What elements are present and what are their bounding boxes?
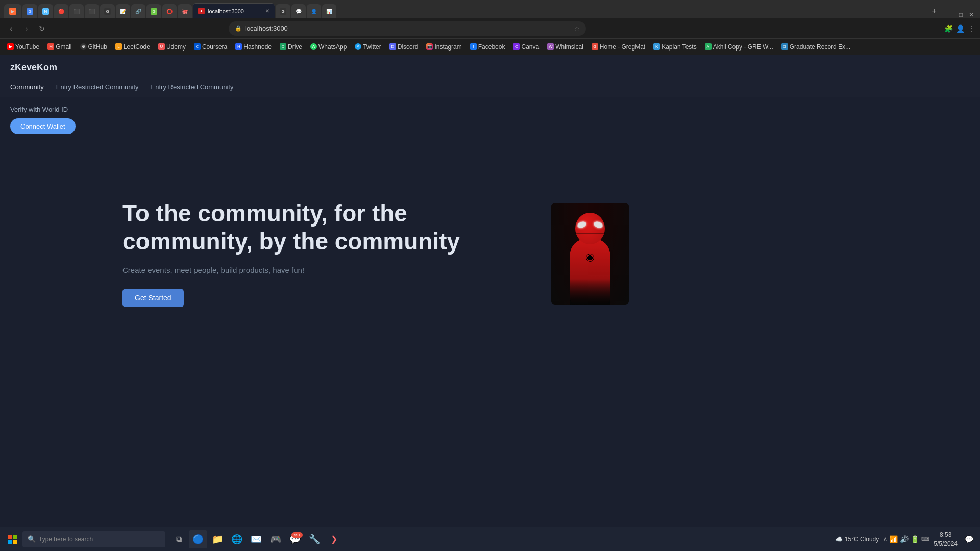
maximize-button[interactable]: □: [957, 11, 965, 18]
tab[interactable]: G: [276, 4, 290, 18]
bookmark-coursera[interactable]: C Coursera: [190, 42, 231, 52]
nav-item-restricted-1[interactable]: Entry Restricted Community: [56, 79, 147, 97]
bookmark-gre[interactable]: G Graduate Record Ex...: [777, 42, 854, 52]
bookmark-canva[interactable]: C Canva: [509, 42, 543, 52]
extensions-icon[interactable]: 🧩: [944, 24, 953, 33]
start-button[interactable]: [4, 531, 20, 547]
bookmark-label: YouTube: [15, 43, 39, 51]
bookmark-kaplan[interactable]: K Kaplan Tests: [649, 42, 701, 52]
taskbar-clock[interactable]: 8:53 5/5/2024: [934, 530, 958, 548]
bookmark-instagram[interactable]: 📷 Instagram: [422, 42, 465, 52]
tab[interactable]: 📊: [322, 4, 336, 18]
taskbar-right: ☁️ 15°C Cloudy ∧ 📶 🔊 🔋 ⌨ 8:53 5/5/2024 💬: [835, 530, 976, 548]
tab[interactable]: 📝: [116, 4, 130, 18]
bookmark-gregmat[interactable]: G Home - GregMat: [587, 42, 649, 52]
bookmark-whatsapp[interactable]: W WhatsApp: [306, 42, 351, 52]
bookmark-gmail[interactable]: M Gmail: [43, 42, 76, 52]
menu-icon[interactable]: ⋮: [968, 24, 975, 33]
tab[interactable]: N: [38, 4, 53, 18]
taskbar-sys-tray: ∧ 📶 🔊 🔋 ⌨: [883, 535, 929, 543]
tab[interactable]: ▶: [4, 4, 21, 18]
bookmark-akhil[interactable]: A Akhil Copy - GRE W...: [701, 42, 777, 52]
taskbar-icon-dev[interactable]: ❯: [325, 530, 343, 548]
taskbar-icon-xbox[interactable]: 🎮: [266, 530, 285, 548]
taskbar-weather: ☁️ 15°C Cloudy: [835, 536, 879, 543]
tab[interactable]: 🐙: [178, 4, 192, 18]
bookmark-label: Facebook: [478, 43, 505, 51]
tab-close-icon[interactable]: ✕: [265, 8, 270, 14]
nav-item-restricted-2[interactable]: Entry Restricted Community: [151, 79, 242, 97]
svg-rect-2: [8, 540, 12, 544]
profile-icon[interactable]: 👤: [956, 24, 965, 33]
bookmark-whimsical[interactable]: W Whimsical: [543, 42, 587, 52]
bookmark-label: Akhil Copy - GRE W...: [713, 43, 773, 51]
taskbar-icon-chat[interactable]: 💬 99+: [286, 530, 304, 548]
bookmark-label: Home - GregMat: [600, 43, 645, 51]
close-button[interactable]: ✕: [967, 11, 976, 18]
address-text: localhost:3000: [245, 24, 571, 32]
svg-rect-3: [13, 540, 17, 544]
hero-subtitle: Create events, meet people, build produc…: [122, 266, 521, 274]
taskbar-icon-chrome[interactable]: 🔵: [189, 530, 207, 548]
tab[interactable]: 🔗: [131, 4, 145, 18]
new-tab-button[interactable]: +: [927, 4, 941, 18]
taskbar-icon-vscode[interactable]: 🔧: [305, 530, 324, 548]
bookmark-udemy[interactable]: U Udemy: [154, 42, 190, 52]
clock-date: 5/5/2024: [934, 539, 958, 548]
bookmark-leetcode[interactable]: L LeetCode: [111, 42, 154, 52]
tab[interactable]: ⭕: [162, 4, 177, 18]
hero-text: To the community, for the community, by …: [122, 199, 521, 307]
bookmark-discord[interactable]: D Discord: [385, 42, 423, 52]
verify-section: Verify with World ID Connect Wallet: [0, 97, 980, 138]
address-bar[interactable]: 🔒 localhost:3000 ☆: [229, 21, 586, 36]
hero-section: To the community, for the community, by …: [0, 138, 980, 338]
back-button[interactable]: ‹: [5, 24, 17, 33]
app-nav: Community Entry Restricted Community Ent…: [10, 79, 970, 97]
active-tab[interactable]: ● localhost:3000 ✕: [193, 3, 275, 18]
tab[interactable]: 🔴: [54, 4, 68, 18]
taskbar-search[interactable]: 🔍 Type here to search: [22, 531, 165, 547]
bookmark-label: Hashnode: [243, 43, 272, 51]
bookmark-hashnode[interactable]: H Hashnode: [231, 42, 276, 52]
bookmark-label: LeetCode: [124, 43, 150, 51]
bookmark-label: Graduate Record Ex...: [790, 43, 850, 51]
tab[interactable]: G: [146, 4, 161, 18]
bookmark-drive[interactable]: D Drive: [276, 42, 306, 52]
bookmark-facebook[interactable]: f Facebook: [466, 42, 509, 52]
bookmark-youtube[interactable]: ▶ YouTube: [3, 42, 43, 52]
bookmark-label: Canva: [521, 43, 539, 51]
get-started-button[interactable]: Get Started: [122, 289, 184, 307]
tab[interactable]: ⬛: [85, 4, 99, 18]
weather-text: 15°C Cloudy: [845, 536, 879, 543]
tab[interactable]: G: [22, 4, 37, 18]
forward-button[interactable]: ›: [20, 24, 33, 33]
taskbar-icon-mail[interactable]: ✉️: [247, 530, 265, 548]
browser-window: ▶ G N 🔴 ⬛ ⬛ G 📝 🔗: [0, 0, 980, 55]
bookmark-label: Kaplan Tests: [662, 43, 697, 51]
app-logo: zKeveKom: [10, 62, 970, 73]
bookmark-icon[interactable]: ☆: [574, 25, 580, 32]
chevron-icon[interactable]: ∧: [883, 536, 887, 542]
bookmark-label: Twitter: [363, 43, 381, 51]
bookmark-label: Whimsical: [555, 43, 583, 51]
tab[interactable]: 👤: [307, 4, 321, 18]
nav-item-community[interactable]: Community: [10, 79, 52, 97]
svg-rect-1: [13, 535, 17, 539]
notification-icon[interactable]: 💬: [962, 532, 976, 546]
bookmark-twitter[interactable]: ✕ Twitter: [351, 42, 385, 52]
bookmark-github[interactable]: ⚙ GitHub: [76, 42, 111, 52]
taskbar-icon-task-view[interactable]: ⧉: [169, 530, 188, 548]
tab[interactable]: ⬛: [69, 4, 84, 18]
minimize-button[interactable]: ─: [946, 11, 955, 18]
connect-wallet-button[interactable]: Connect Wallet: [10, 118, 76, 134]
taskbar-icon-files[interactable]: 📁: [208, 530, 227, 548]
tab[interactable]: 💬: [291, 4, 306, 18]
reload-button[interactable]: ↻: [36, 24, 48, 33]
wifi-icon: 📶: [889, 535, 898, 543]
hero-image: [551, 203, 629, 305]
taskbar-icon-edge[interactable]: 🌐: [228, 530, 246, 548]
tab[interactable]: G: [100, 4, 115, 18]
search-icon: 🔍: [28, 535, 36, 543]
bookmark-label: Discord: [398, 43, 419, 51]
clock-time: 8:53: [934, 530, 958, 539]
